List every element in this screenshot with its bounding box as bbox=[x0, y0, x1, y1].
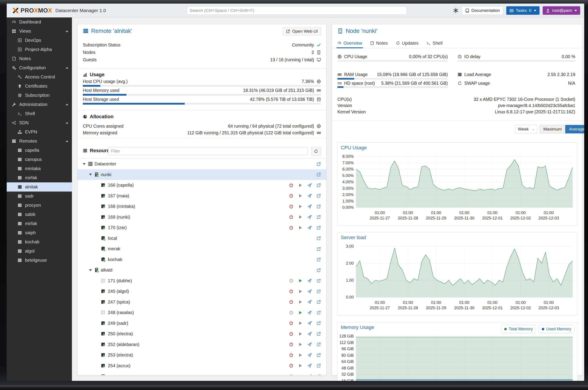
migrate-icon[interactable] bbox=[307, 194, 312, 198]
sidebar-item-project-alpha[interactable]: Project-Alpha bbox=[7, 45, 72, 54]
sidebar-item-procyon[interactable]: procyon bbox=[7, 201, 72, 210]
migrate-icon[interactable] bbox=[307, 374, 312, 375]
open-external-icon[interactable] bbox=[316, 204, 321, 209]
migrate-icon[interactable] bbox=[307, 310, 312, 315]
tab-notes[interactable]: Notes bbox=[367, 38, 391, 48]
open-external-icon[interactable] bbox=[316, 279, 321, 283]
tree-row-alkaid[interactable]: alkaid bbox=[78, 265, 326, 276]
open-external-icon[interactable] bbox=[316, 183, 321, 188]
open-external-icon[interactable] bbox=[316, 194, 321, 198]
start-icon[interactable] bbox=[298, 289, 303, 294]
shutdown-icon[interactable] bbox=[289, 183, 294, 188]
tree-row-249-sadr-[interactable]: 249 (sadr) bbox=[78, 318, 326, 329]
open-external-icon[interactable] bbox=[316, 310, 321, 315]
tree-row-253-electra-[interactable]: 253 (electra) bbox=[78, 350, 326, 360]
legend-total-memory-button[interactable]: Total Memory bbox=[501, 325, 536, 333]
migrate-icon[interactable] bbox=[307, 342, 312, 347]
open-web-ui-button[interactable]: Open Web UI bbox=[283, 27, 321, 36]
start-icon[interactable] bbox=[298, 204, 303, 209]
migrate-icon[interactable] bbox=[307, 300, 312, 304]
sidebar-item-canopus[interactable]: canopus bbox=[7, 155, 72, 164]
open-external-icon[interactable] bbox=[316, 162, 321, 166]
tab-shell[interactable]: Shell bbox=[423, 38, 446, 48]
open-external-icon[interactable] bbox=[316, 363, 321, 368]
start-icon[interactable] bbox=[298, 279, 303, 283]
open-external-icon[interactable] bbox=[316, 332, 321, 336]
sidebar-item-evpn[interactable]: EVPN bbox=[7, 127, 72, 137]
open-external-icon[interactable] bbox=[316, 226, 321, 230]
open-external-icon[interactable] bbox=[316, 215, 321, 219]
tree-row-partial[interactable] bbox=[78, 371, 326, 375]
shutdown-icon[interactable] bbox=[289, 332, 294, 336]
open-external-icon[interactable] bbox=[316, 374, 321, 375]
tree-row-247-spica-[interactable]: 247 (spica) bbox=[78, 297, 326, 307]
start-icon[interactable] bbox=[298, 353, 303, 357]
shutdown-icon[interactable] bbox=[289, 310, 294, 315]
migrate-icon[interactable] bbox=[307, 353, 312, 357]
start-icon[interactable] bbox=[298, 300, 303, 304]
sidebar-item-configuration[interactable]: Configuration bbox=[7, 63, 72, 72]
tree-row-248-rasalas-[interactable]: 248 (rasalas) bbox=[78, 307, 326, 318]
sidebar-item-access-control[interactable]: Access Control bbox=[7, 72, 72, 82]
sidebar-item-betelgeuse[interactable]: betelgeuse bbox=[7, 256, 72, 265]
shutdown-icon[interactable] bbox=[289, 363, 294, 368]
start-icon[interactable] bbox=[298, 374, 303, 375]
open-external-icon[interactable] bbox=[316, 257, 321, 262]
tree-row-local[interactable]: local bbox=[78, 233, 326, 244]
migrate-icon[interactable] bbox=[307, 226, 312, 230]
start-icon[interactable] bbox=[298, 321, 303, 325]
shutdown-icon[interactable] bbox=[289, 342, 294, 347]
asterisk-icon[interactable] bbox=[453, 8, 459, 13]
migrate-icon[interactable] bbox=[307, 183, 312, 188]
open-external-icon[interactable] bbox=[316, 236, 321, 241]
shutdown-icon[interactable] bbox=[289, 204, 294, 209]
shutdown-icon[interactable] bbox=[289, 321, 294, 325]
open-external-icon[interactable] bbox=[316, 172, 321, 177]
sidebar-item-views[interactable]: Views bbox=[7, 27, 72, 36]
tree-row-168-mintaka-[interactable]: 168 (mintaka) bbox=[78, 201, 326, 212]
tree-row-252-aldebaran-[interactable]: 252 (aldebaran) bbox=[78, 339, 326, 350]
open-external-icon[interactable] bbox=[316, 342, 321, 347]
user-menu-button[interactable]: root@pam bbox=[543, 6, 580, 15]
open-external-icon[interactable] bbox=[316, 268, 321, 272]
sidebar-item-sabik[interactable]: sabik bbox=[7, 210, 72, 219]
start-icon[interactable] bbox=[298, 183, 303, 188]
migrate-icon[interactable] bbox=[307, 363, 312, 368]
sidebar-item-mirfak[interactable]: mirfak bbox=[7, 173, 72, 182]
tree-row-250-electra-[interactable]: 250 (electra) bbox=[78, 329, 326, 339]
tree-row-169-nunki-[interactable]: 169 (nunki) bbox=[78, 212, 326, 223]
sidebar-item-notes[interactable]: Notes bbox=[7, 54, 72, 63]
shutdown-icon[interactable] bbox=[289, 215, 294, 219]
refresh-button[interactable] bbox=[311, 147, 321, 156]
sidebar-item-mintaka[interactable]: mintaka bbox=[7, 164, 72, 173]
tree-row-166-capella-[interactable]: 166 (capella) bbox=[78, 180, 326, 191]
open-external-icon[interactable] bbox=[316, 353, 321, 357]
tree-row-171-dubhe-[interactable]: 171 (dubhe) bbox=[78, 276, 326, 286]
migrate-icon[interactable] bbox=[307, 204, 312, 209]
sidebar-item-alnitak[interactable]: alnitak bbox=[7, 182, 72, 192]
shutdown-icon[interactable] bbox=[289, 374, 294, 375]
search-input[interactable] bbox=[187, 6, 407, 15]
sidebar-item-certificates[interactable]: Certificates bbox=[7, 82, 72, 91]
migrate-icon[interactable] bbox=[307, 215, 312, 219]
tab-overview[interactable]: Overview bbox=[334, 38, 365, 48]
migrate-icon[interactable] bbox=[307, 279, 312, 283]
sidebar-item-capella[interactable]: capella bbox=[7, 146, 72, 155]
sidebar-item-subscription[interactable]: Subscription bbox=[7, 91, 72, 100]
shutdown-icon[interactable] bbox=[289, 226, 294, 230]
tree-row-kochab[interactable]: kochab bbox=[78, 254, 326, 265]
start-icon[interactable] bbox=[298, 363, 303, 368]
tree-row-datacenter[interactable]: Datacenter bbox=[78, 159, 326, 169]
tree-row-170-izar-[interactable]: 170 (izar) bbox=[78, 222, 326, 233]
open-external-icon[interactable] bbox=[316, 289, 321, 294]
resources-filter-input[interactable] bbox=[108, 147, 307, 155]
shutdown-icon[interactable] bbox=[289, 289, 294, 294]
shutdown-icon[interactable] bbox=[289, 353, 294, 357]
start-icon[interactable] bbox=[298, 332, 303, 336]
sidebar-item-shell[interactable]: Shell bbox=[7, 109, 72, 118]
documentation-button[interactable]: Documentation bbox=[462, 6, 503, 15]
tree-row-254-acrux-[interactable]: 254 (acrux) bbox=[78, 360, 326, 371]
sidebar-item-devops[interactable]: DevOps bbox=[7, 36, 72, 45]
tree-row-245-algol-[interactable]: 245 (algol) bbox=[78, 286, 326, 297]
sidebar-item-mirfak[interactable]: mirfak bbox=[7, 219, 72, 228]
